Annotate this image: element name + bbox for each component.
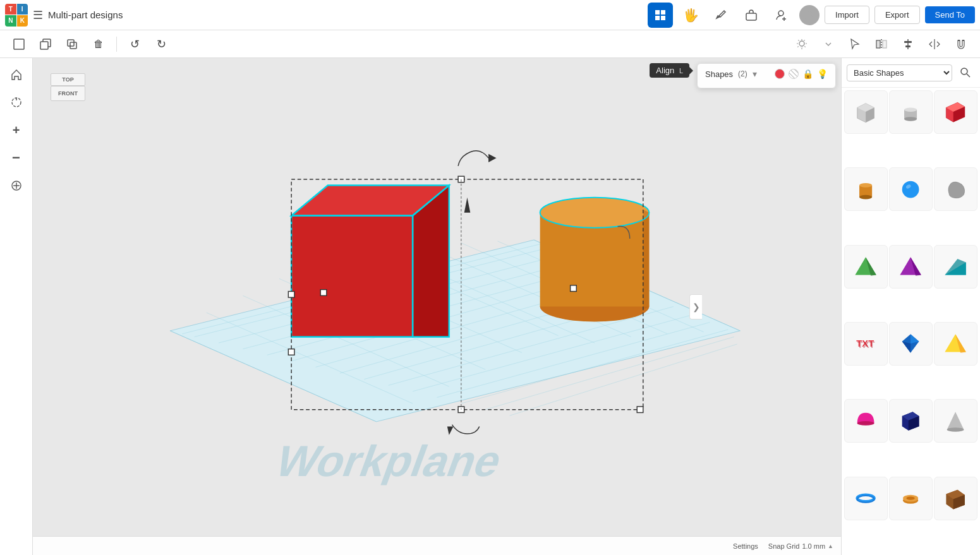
align-key: L — [679, 67, 683, 75]
shape-color-striped[interactable] — [789, 69, 799, 79]
shape-rock-gray[interactable] — [934, 167, 977, 211]
svg-marker-65 — [447, 427, 454, 435]
shape-torus-blue[interactable] — [844, 477, 888, 520]
shapes-grid: TXT TXT — [842, 88, 980, 555]
toolbar-right — [790, 33, 972, 56]
sel-handle-box-left[interactable] — [320, 290, 327, 296]
svg-text:TXT: TXT — [857, 340, 875, 350]
visibility-icon[interactable]: 💡 — [817, 69, 828, 79]
new-shape-button[interactable] — [8, 33, 30, 56]
view-cube-front[interactable]: FRONT — [51, 86, 85, 101]
panel-collapse-button[interactable]: ❯ — [689, 294, 702, 319]
flip-button[interactable] — [923, 33, 946, 56]
snap-grid-status[interactable]: Snap Grid 1.0 mm ▲ — [768, 542, 833, 550]
sel-handle-mid-left[interactable] — [288, 349, 294, 355]
sel-handle-bottom[interactable] — [458, 407, 464, 413]
mirror-button[interactable] — [870, 33, 893, 56]
shape-wedge-teal[interactable] — [934, 245, 977, 289]
workplane-svg: Workplane — [33, 58, 841, 555]
light-toggle-button[interactable] — [790, 33, 813, 56]
user-avatar[interactable] — [799, 5, 820, 25]
shape-cone-gray[interactable] — [934, 399, 977, 443]
toolbar-divider-1 — [116, 37, 117, 52]
shape-pyramid-green[interactable] — [844, 245, 888, 289]
svg-marker-64 — [464, 198, 471, 213]
settings-status[interactable]: Settings — [733, 542, 758, 550]
svg-point-79 — [859, 183, 872, 188]
canvas-area[interactable]: Workplane — [33, 58, 841, 555]
sel-handle-left[interactable] — [288, 292, 294, 298]
svg-point-96 — [857, 421, 874, 426]
shape-color-red[interactable] — [775, 69, 785, 79]
svg-rect-17 — [904, 41, 912, 43]
sel-handle-right[interactable] — [637, 407, 643, 413]
svg-rect-11 — [70, 42, 76, 49]
hand-tool-button[interactable]: 🖐 — [678, 3, 703, 28]
export-button[interactable]: Export — [874, 6, 920, 24]
shape-cube-gray[interactable] — [844, 90, 888, 134]
svg-marker-51 — [291, 216, 413, 337]
zoom-in-button[interactable]: + — [5, 119, 28, 141]
logo-i: I — [17, 4, 28, 15]
svg-marker-88 — [945, 259, 966, 275]
align-label: Align — [656, 66, 674, 75]
snap-grid-label: Snap Grid — [768, 542, 800, 550]
shape-cylinder-orange[interactable] — [844, 167, 888, 211]
svg-marker-100 — [947, 412, 964, 429]
svg-point-73 — [904, 108, 917, 112]
toolbox-button[interactable] — [739, 3, 764, 28]
rotate-button[interactable] — [5, 91, 28, 114]
shape-box-navy[interactable] — [889, 399, 933, 443]
settings-label: Settings — [733, 542, 758, 550]
align-tooltip: Align L — [650, 63, 689, 78]
svg-point-81 — [902, 181, 919, 198]
svg-rect-7 — [14, 39, 24, 49]
shapes-title: Shapes — [705, 69, 733, 79]
undo-button[interactable]: ↺ — [123, 33, 146, 56]
status-bar: Settings Snap Grid 1.0 mm ▲ — [33, 536, 841, 555]
sel-handle-mid-right[interactable] — [571, 285, 577, 292]
shapes-chevron[interactable]: ▾ — [753, 69, 757, 79]
zoom-out-button[interactable]: − — [5, 146, 28, 169]
delete-button[interactable]: 🗑 — [87, 33, 110, 56]
svg-point-67 — [961, 68, 967, 75]
shape-box-red[interactable] — [934, 90, 977, 134]
svg-point-5 — [778, 11, 783, 16]
app-logo[interactable]: T I N K — [5, 4, 28, 27]
tools-button[interactable] — [708, 3, 734, 28]
import-button[interactable]: Import — [825, 6, 869, 24]
shape-pyramid-purple[interactable] — [889, 245, 933, 289]
home-button[interactable] — [5, 63, 28, 86]
add-user-button[interactable] — [769, 3, 794, 28]
shape-pyramid-yellow[interactable] — [934, 322, 977, 366]
shape-text-3d[interactable]: TXT TXT — [844, 322, 888, 366]
reset-view-button[interactable] — [5, 174, 28, 197]
shape-brick-brown[interactable] — [934, 477, 977, 520]
cursor-mode-button[interactable] — [844, 33, 866, 56]
align-button[interactable] — [897, 33, 919, 56]
duplicate-button[interactable] — [34, 33, 57, 56]
shape-ring-orange[interactable] — [889, 477, 933, 520]
shape-sphere-blue[interactable] — [889, 167, 933, 211]
view-cube[interactable]: TOP FRONT — [43, 68, 94, 119]
shape-cylinder-gray[interactable] — [889, 90, 933, 134]
snap-arrow-icon[interactable]: ▲ — [828, 543, 833, 549]
grid-view-button[interactable] — [648, 3, 673, 28]
shape-search-bar: Basic Shapes — [842, 58, 980, 88]
svg-marker-23 — [170, 240, 740, 422]
view-cube-top[interactable]: TOP — [51, 73, 85, 86]
shape-category-dropdown[interactable]: Basic Shapes — [847, 64, 952, 81]
sendto-button[interactable]: Send To — [925, 6, 975, 23]
shape-half-sphere-pink[interactable] — [844, 399, 888, 443]
shapes-icons: 🔒 💡 — [775, 69, 828, 79]
magnet-button[interactable] — [950, 33, 972, 56]
copy-button[interactable] — [61, 33, 83, 56]
shape-gem-blue[interactable] — [889, 322, 933, 366]
search-button[interactable] — [956, 63, 975, 82]
lock-icon[interactable]: 🔒 — [802, 69, 813, 79]
svg-rect-18 — [905, 45, 910, 47]
logo-k: K — [17, 15, 28, 27]
menu-icon[interactable]: ☰ — [33, 8, 43, 22]
redo-button[interactable]: ↻ — [150, 33, 172, 56]
view-dropdown-button[interactable] — [817, 33, 840, 56]
